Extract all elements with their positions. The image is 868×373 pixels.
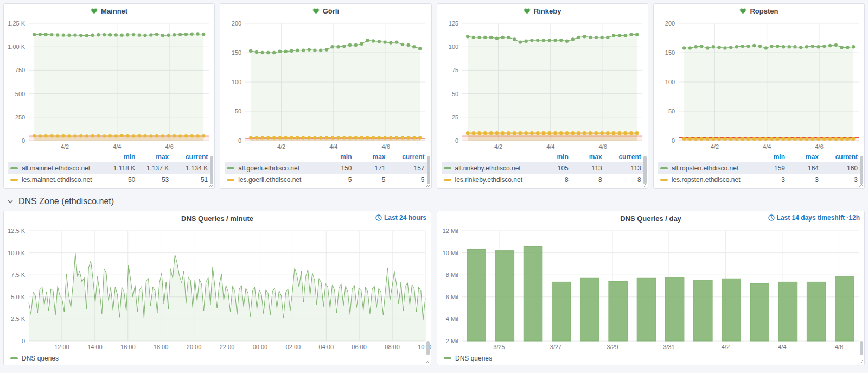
- panel-title-rinkeby[interactable]: Rinkeby: [437, 4, 648, 18]
- legend-scrollbar[interactable]: [210, 156, 213, 184]
- series-toggle[interactable]: les.rinkeby.ethdisco.net: [444, 176, 535, 184]
- dns-queries-minute-chart[interactable]: 12:0014:0016:0018:0020:0022:0000:0002:00…: [4, 225, 431, 352]
- panel-scrollbar[interactable]: [426, 341, 430, 355]
- svg-text:12 Mil: 12 Mil: [443, 227, 458, 234]
- legend-scrollbar[interactable]: [427, 156, 430, 184]
- svg-text:14:00: 14:00: [87, 344, 103, 350]
- legend-min-value: 8: [535, 176, 569, 184]
- panel-scrollbar[interactable]: [860, 341, 863, 355]
- panel-resize-handle[interactable]: [208, 182, 213, 187]
- dns-queries-day-chart[interactable]: 3/253/273/293/314/24/44/62 Mil4 Mil6 Mil…: [437, 225, 864, 352]
- time-range-override[interactable]: Last 14 days timeshift -12h: [768, 214, 860, 222]
- legend-current-value: 5: [386, 176, 425, 184]
- svg-text:4/4: 4/4: [329, 143, 337, 150]
- series-swatch[interactable]: [660, 179, 668, 181]
- legend-header-min[interactable]: min: [101, 153, 135, 161]
- series-swatch[interactable]: [10, 357, 18, 359]
- legend-header-min[interactable]: min: [535, 153, 569, 161]
- svg-text:125: 125: [448, 20, 458, 27]
- legend-header-current[interactable]: current: [169, 153, 208, 161]
- svg-text:2.5 K: 2.5 K: [11, 315, 25, 322]
- series-swatch[interactable]: [660, 167, 668, 169]
- panel-goerli: Görli 4/24/44/6050100150200 min max curr…: [220, 3, 431, 189]
- legend-row: les.mainnet.ethdisco.net 50 53 51: [8, 174, 210, 185]
- panel-title: DNS Queries / day: [620, 214, 681, 223]
- panel-resize-handle[interactable]: [858, 359, 863, 364]
- health-heart-icon: [312, 8, 320, 14]
- series-toggle[interactable]: DNS queries: [455, 355, 492, 362]
- series-swatch[interactable]: [444, 179, 451, 181]
- legend-row: les.goerli.ethdisco.net 5 5 5: [225, 174, 426, 185]
- section-header-dns-zone[interactable]: DNS Zone (ethdisco.net): [3, 192, 865, 211]
- svg-text:4/2: 4/2: [277, 143, 285, 150]
- svg-text:4/6: 4/6: [815, 143, 823, 150]
- svg-text:4/6: 4/6: [165, 143, 173, 150]
- series-toggle[interactable]: DNS queries: [22, 355, 59, 362]
- series-toggle[interactable]: all.rinkeby.ethdisco.net: [444, 165, 535, 172]
- svg-text:4/2: 4/2: [711, 143, 719, 150]
- svg-text:4/2: 4/2: [61, 143, 69, 150]
- legend-row: all.goerli.ethdisco.net 150 171 157: [225, 162, 426, 174]
- legend-max-value: 113: [569, 165, 602, 172]
- series-toggle[interactable]: all.ropsten.ethdisco.net: [660, 165, 751, 172]
- legend-header-max[interactable]: max: [569, 153, 602, 161]
- panel-title-dns-minute[interactable]: DNS Queries / minute: [4, 211, 431, 225]
- bottom-panel-row: DNS Queries / minute Last 24 hours 12:00…: [3, 211, 865, 365]
- legend-header-max[interactable]: max: [135, 153, 169, 161]
- svg-text:3/27: 3/27: [550, 344, 561, 350]
- legend-header-min[interactable]: min: [318, 153, 352, 161]
- legend-header-current[interactable]: current: [819, 153, 858, 161]
- series-swatch[interactable]: [444, 167, 451, 169]
- series-toggle[interactable]: les.ropsten.ethdisco.net: [660, 176, 751, 184]
- svg-text:5.0 K: 5.0 K: [11, 294, 25, 300]
- svg-text:0: 0: [22, 338, 25, 344]
- clock-icon: [768, 214, 775, 221]
- series-swatch[interactable]: [227, 179, 234, 181]
- legend-header-current[interactable]: current: [602, 153, 641, 161]
- panel-resize-handle[interactable]: [425, 182, 430, 187]
- time-range-override[interactable]: Last 24 hours: [375, 214, 426, 222]
- series-swatch[interactable]: [10, 179, 18, 181]
- goerli-chart[interactable]: 4/24/44/6050100150200: [220, 18, 431, 151]
- panel-resize-handle[interactable]: [858, 182, 863, 187]
- svg-text:0: 0: [238, 137, 241, 144]
- svg-text:06:00: 06:00: [352, 344, 367, 350]
- svg-text:150: 150: [232, 49, 241, 56]
- health-heart-icon: [524, 8, 531, 14]
- legend-row: les.rinkeby.ethdisco.net 8 8 8: [442, 174, 643, 185]
- legend-header-current[interactable]: current: [386, 153, 425, 161]
- series-toggle[interactable]: all.mainnet.ethdisco.net: [10, 165, 101, 172]
- legend-header-min[interactable]: min: [751, 153, 785, 161]
- series-swatch[interactable]: [444, 357, 451, 359]
- svg-text:4/6: 4/6: [598, 143, 607, 150]
- series-toggle[interactable]: les.goerli.ethdisco.net: [227, 176, 318, 184]
- svg-text:100: 100: [232, 79, 241, 85]
- panel-title-mainnet[interactable]: Mainnet: [4, 4, 214, 18]
- legend-scrollbar[interactable]: [643, 156, 647, 184]
- svg-text:1.25 K: 1.25 K: [8, 20, 25, 27]
- health-heart-icon: [91, 8, 98, 14]
- panel-resize-handle[interactable]: [425, 359, 430, 364]
- series-swatch[interactable]: [227, 167, 234, 169]
- health-heart-icon: [739, 8, 746, 14]
- panel-title-goerli[interactable]: Görli: [220, 4, 431, 18]
- dns-day-legend: DNS queries: [437, 352, 864, 365]
- series-toggle[interactable]: all.goerli.ethdisco.net: [227, 165, 318, 172]
- goerli-legend: min max current all.goerli.ethdisco.net …: [220, 151, 431, 188]
- rinkeby-chart[interactable]: 4/24/44/60255075100125: [437, 18, 648, 151]
- legend-min-value: 3: [751, 176, 785, 184]
- svg-text:02:00: 02:00: [286, 344, 301, 350]
- series-toggle[interactable]: les.mainnet.ethdisco.net: [10, 176, 101, 184]
- legend-header-max[interactable]: max: [785, 153, 819, 161]
- panel-title-ropsten[interactable]: Ropsten: [654, 4, 864, 18]
- series-swatch[interactable]: [10, 167, 18, 169]
- svg-text:50: 50: [235, 108, 241, 115]
- svg-text:0: 0: [672, 137, 675, 144]
- mainnet-chart[interactable]: 4/24/44/602505007501.00 K1.25 K: [4, 18, 214, 151]
- svg-text:1.00 K: 1.00 K: [8, 43, 25, 50]
- ropsten-chart[interactable]: 4/24/44/6050100150200: [654, 18, 864, 151]
- panel-resize-handle[interactable]: [642, 182, 647, 187]
- legend-header-max[interactable]: max: [352, 153, 386, 161]
- legend-scrollbar[interactable]: [860, 156, 863, 184]
- legend-max-value: 53: [135, 176, 169, 184]
